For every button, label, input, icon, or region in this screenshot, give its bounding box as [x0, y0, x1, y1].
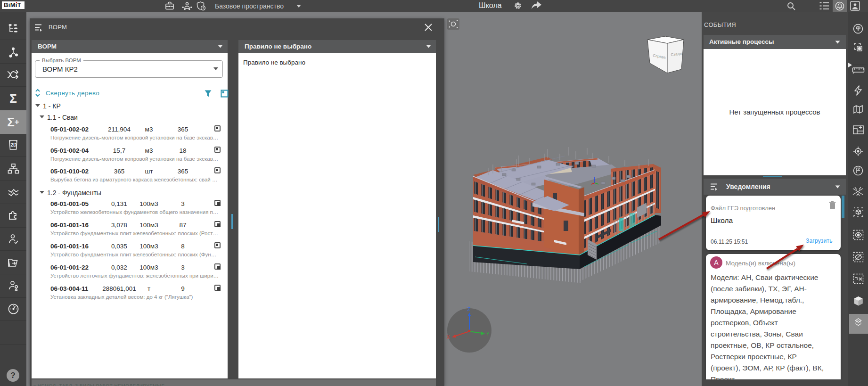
- svg-text:Y: Y: [486, 331, 490, 337]
- svg-text:2D: 2D: [11, 142, 17, 148]
- svg-text:Z: Z: [467, 307, 470, 312]
- svg-text:X: X: [447, 335, 450, 340]
